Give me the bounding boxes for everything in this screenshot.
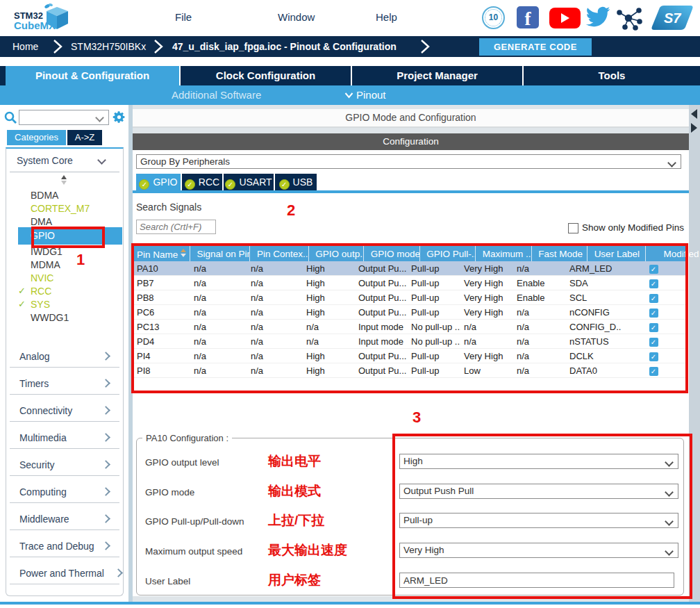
sidebar-search-combobox[interactable] (19, 110, 109, 125)
col-user-label[interactable]: User Label (591, 246, 646, 261)
gpio-output-level-select[interactable]: High (399, 454, 678, 469)
system-core-section-header[interactable]: System Core (17, 155, 73, 166)
col-pin-context[interactable]: Pin Contex... (253, 246, 309, 261)
node-network-icon[interactable] (615, 6, 643, 31)
category-multimedia[interactable]: Multimedia (19, 432, 67, 443)
expand-right-arrow-icon[interactable] (691, 123, 697, 133)
facebook-icon[interactable]: f (517, 6, 539, 28)
sidebar-item-mdma[interactable]: MDMA (31, 259, 60, 270)
pins-table: Pin Name Signal on Pin Pin Contex... GPI… (133, 246, 686, 378)
category-security[interactable]: Security (19, 459, 55, 470)
modified-checkbox[interactable]: ✓ (649, 367, 658, 376)
col-gpio-mode[interactable]: GPIO mode (367, 246, 420, 261)
show-modified-checkbox[interactable] (568, 223, 578, 233)
category-middleware[interactable]: Middleware (19, 513, 69, 525)
user-label-input[interactable] (399, 573, 674, 588)
col-fast-mode[interactable]: Fast Mode (535, 246, 588, 261)
cell-pin: PB7 (133, 276, 190, 290)
header-bar: STM32 CubeMX File Window Help 10 f (0, 0, 700, 36)
col-pin-name[interactable]: Pin Name (133, 246, 190, 261)
sidebar-item-dma[interactable]: DMA (31, 216, 52, 227)
menu-file[interactable]: File (175, 11, 192, 23)
search-signals-input[interactable] (136, 220, 216, 234)
category-trace-and-debug[interactable]: Trace and Debug (19, 541, 94, 552)
sidebar-item-sys[interactable]: SYS (31, 299, 50, 310)
tab-project-manager[interactable]: Project Manager (352, 66, 522, 85)
table-row-pi8[interactable]: PI8n/an/aHighOutput Pu...Pull-upLown/aDA… (133, 363, 686, 378)
twitter-icon[interactable] (585, 6, 611, 28)
breadcrumb-device[interactable]: STM32H750IBKx (71, 41, 146, 52)
sidebar-item-wwdg1[interactable]: WWDG1 (31, 312, 69, 323)
settings-gear-icon[interactable] (112, 110, 126, 124)
collapse-left-arrow-icon[interactable] (691, 109, 697, 119)
chevron-down-icon (665, 547, 674, 556)
tab-clock-configuration[interactable]: Clock Configuration (181, 66, 351, 85)
cell-output: High (303, 349, 355, 363)
max-output-speed-select[interactable]: Very High (399, 543, 678, 558)
table-row-pa10[interactable]: PA10n/an/aHighOutput Pu...Pull-upVery Hi… (133, 261, 686, 276)
st-logo-icon[interactable]: S7 (649, 5, 694, 31)
breadcrumb-home[interactable]: Home (12, 41, 38, 52)
col-maximum[interactable]: Maximum ... (479, 246, 532, 261)
table-row-pb8[interactable]: PB8n/an/aHighOutput Pu...Pull-upVery Hig… (133, 290, 686, 305)
pinout-section-toggle[interactable]: Pinout (356, 89, 386, 101)
ten-years-badge-icon[interactable]: 10 (482, 6, 505, 29)
col-modified[interactable]: Modified (649, 246, 700, 261)
green-check-badge-icon: ✓ (279, 179, 290, 190)
modified-checkbox[interactable]: ✓ (649, 265, 658, 274)
modified-checkbox[interactable]: ✓ (649, 279, 658, 288)
peripheral-tab-usb-label: USB (293, 176, 313, 188)
sort-icon[interactable] (181, 249, 186, 257)
category-power-and-thermal[interactable]: Power and Thermal (19, 568, 104, 579)
cell-output: n/a (303, 320, 355, 334)
cell-fast: n/a (513, 320, 566, 334)
category-computing[interactable]: Computing (19, 486, 67, 498)
sidebar-tab-categories[interactable]: Categories (7, 130, 66, 145)
table-row-pc13[interactable]: PC13n/an/an/aInput modeNo pull-up ...n/a… (133, 320, 686, 334)
category-analog[interactable]: Analog (19, 351, 50, 362)
sidebar-item-bdma[interactable]: BDMA (31, 190, 58, 201)
group-by-dropdown[interactable]: Group By Peripherals (136, 154, 681, 169)
menu-window[interactable]: Window (278, 11, 315, 23)
peripheral-tab-usb[interactable]: ✓USB (275, 174, 317, 190)
tab-pinout-configuration[interactable]: Pinout & Configuration (6, 66, 179, 85)
table-row-pd4[interactable]: PD4n/an/an/aInput modeNo pull-up ...n/an… (133, 334, 686, 349)
sidebar-item-iwdg1[interactable]: IWDG1 (31, 246, 62, 257)
table-row-pb7[interactable]: PB7n/an/aHighOutput Pu...Pull-upVery Hig… (133, 276, 686, 290)
category-connectivity[interactable]: Connectivity (19, 405, 72, 416)
cell-output: High (303, 290, 355, 304)
modified-checkbox[interactable]: ✓ (649, 323, 658, 332)
modified-checkbox[interactable]: ✓ (649, 352, 658, 361)
modified-checkbox[interactable]: ✓ (649, 309, 658, 318)
col-gpio-output[interactable]: GPIO outp... (312, 246, 364, 261)
menu-help[interactable]: Help (376, 11, 397, 23)
modified-checkbox[interactable]: ✓ (649, 294, 658, 303)
additional-software-link[interactable]: Additional Software (172, 89, 261, 101)
tab-tools[interactable]: Tools (524, 66, 700, 85)
search-signals-label: Search Signals (136, 202, 201, 213)
sidebar-item-cortex-m7[interactable]: CORTEX_M7 (31, 203, 90, 214)
table-row-pi4[interactable]: PI4n/an/aHighOutput Pu...Pull-upVery Hig… (133, 349, 686, 363)
cell-output: High (303, 363, 355, 377)
sidebar-item-gpio-selected[interactable]: GPIO (18, 227, 122, 245)
peripheral-tab-gpio[interactable]: ✓GPIO (136, 174, 181, 190)
sidebar-item-nvic[interactable]: NVIC (31, 272, 53, 284)
list-scroll-spinner[interactable] (61, 175, 67, 185)
gpio-pull-select[interactable]: Pull-up (399, 513, 678, 528)
gpio-pull-label: GPIO Pull-up/Pull-down (145, 516, 244, 527)
cell-pin: PD4 (133, 334, 190, 348)
category-timers[interactable]: Timers (19, 378, 49, 389)
peripheral-tab-rcc[interactable]: ✓RCC (182, 174, 222, 190)
sidebar-tab-az[interactable]: A->Z (67, 130, 102, 145)
youtube-icon[interactable] (549, 8, 581, 28)
modified-checkbox[interactable]: ✓ (649, 338, 658, 347)
col-signal[interactable]: Signal on Pin (193, 246, 250, 261)
gpio-mode-select[interactable]: Output Push Pull (399, 484, 678, 499)
table-row-pc6[interactable]: PC6n/an/aHighOutput Pu...Pull-upVery Hig… (133, 305, 686, 320)
sidebar-item-rcc[interactable]: RCC (31, 286, 51, 297)
col-gpio-pull[interactable]: GPIO Pull-... (423, 246, 476, 261)
breadcrumb-project[interactable]: 47_u_disk_iap_fpga.ioc - Pinout & Config… (172, 41, 397, 52)
generate-code-button[interactable]: GENERATE CODE (479, 38, 592, 56)
peripheral-tab-usart[interactable]: ✓USART (224, 174, 274, 190)
show-modified-label: Show only Modified Pins (582, 222, 684, 233)
